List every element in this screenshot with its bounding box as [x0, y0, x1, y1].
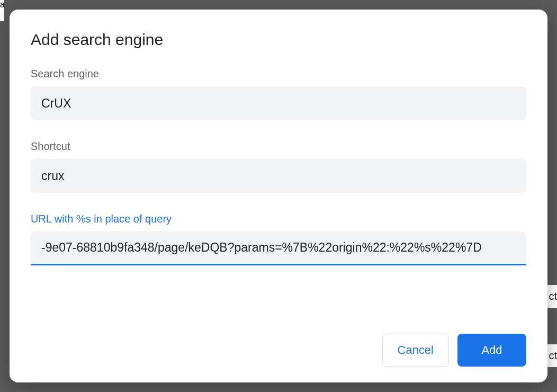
dialog-spacer: [31, 286, 526, 323]
search-engine-input[interactable]: [31, 86, 526, 120]
dialog-button-row: Cancel Add: [31, 334, 526, 367]
url-input[interactable]: [31, 231, 526, 265]
shortcut-label: Shortcut: [31, 140, 526, 153]
search-engine-label: Search engine: [31, 68, 526, 80]
add-button[interactable]: Add: [457, 334, 526, 367]
search-engine-field-group: Search engine: [31, 68, 526, 120]
url-label: URL with %s in place of query: [31, 213, 526, 225]
add-search-engine-dialog: Add search engine Search engine Shortcut…: [10, 10, 547, 382]
background-fragment: a: [0, 0, 4, 21]
shortcut-field-group: Shortcut: [31, 140, 526, 193]
dialog-title: Add search engine: [31, 31, 526, 49]
shortcut-input[interactable]: [31, 159, 526, 193]
cancel-button[interactable]: Cancel: [382, 334, 449, 367]
url-field-group: URL with %s in place of query: [31, 213, 526, 265]
